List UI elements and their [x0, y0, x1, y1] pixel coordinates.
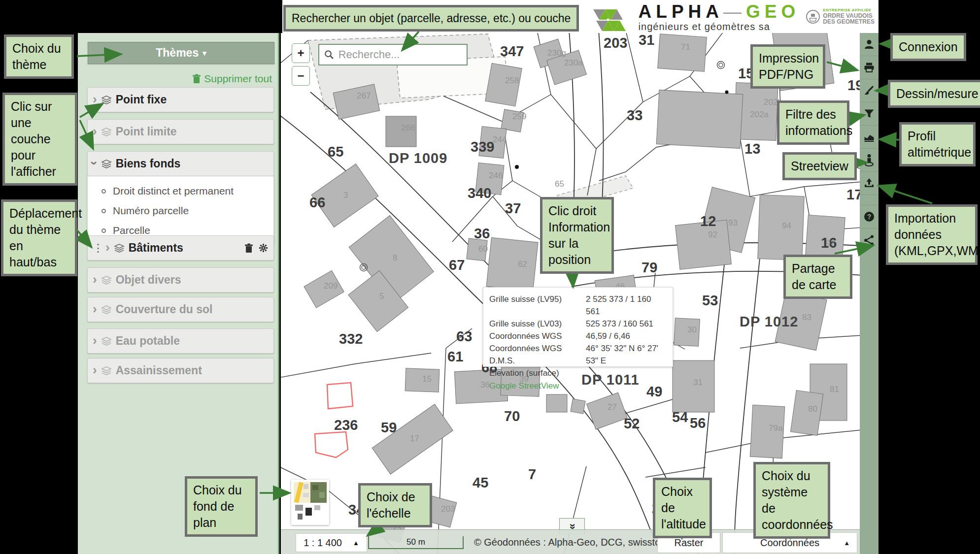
stage: ALPHA—GEO ingénieurs et géomètres sa ENT… [0, 0, 980, 554]
import-data-button[interactable] [860, 172, 879, 195]
map-label: DP 1012 [740, 314, 798, 329]
themes-dropdown-button[interactable]: Thèmes ▾ [88, 42, 274, 64]
gear-icon[interactable] [258, 243, 269, 253]
layers-icon [101, 305, 112, 315]
layer-label: Point limite [116, 125, 177, 138]
popup-label: Coordonnées WGS [489, 330, 586, 342]
raster-label: Raster [675, 537, 704, 549]
layer-eau-potable[interactable]: › Eau potable [87, 328, 274, 354]
map-label: 70 [504, 408, 520, 424]
caret-up-icon: ▲ [844, 539, 850, 547]
chevron-right-icon: › [93, 363, 97, 376]
trash-icon [192, 74, 201, 84]
alpha-geo-logo: ALPHA—GEO ingénieurs et géomètres sa ENT… [593, 2, 875, 32]
annotation-clic-droit: Clic droit Information sur la position [540, 197, 614, 274]
scale-bar: 50 m [368, 536, 464, 549]
map-label: 79a [769, 424, 783, 433]
map-label: 65 [328, 144, 343, 160]
trash-icon[interactable] [244, 243, 253, 253]
google-streetview-link[interactable]: Google StreetView [489, 379, 667, 392]
map-label: 202a [750, 110, 769, 119]
annotation-choix-echelle: Choix de l'échelle [358, 483, 432, 527]
filter-info-button[interactable] [860, 102, 879, 126]
sublayer-droit-distinct[interactable]: Droit distinct et permanent [88, 181, 273, 201]
layer-label: Bâtiments [129, 241, 183, 255]
layers-icon [101, 366, 112, 376]
brand-dash: — [723, 1, 746, 22]
scale-selector[interactable]: 1 : 1 400 ▲ [296, 533, 367, 552]
zoom-out-button[interactable]: − [292, 66, 310, 86]
map-label: 93 [728, 218, 738, 228]
layer-biens-fonds[interactable]: › Biens fonds [87, 151, 274, 176]
radio-icon [101, 209, 106, 213]
layer-batiments[interactable]: ⋮ › Bâtiments [87, 235, 274, 261]
layers-icon [114, 243, 125, 253]
brand-black: ALPHA [639, 1, 723, 22]
help-button[interactable]: ? [860, 205, 879, 228]
map-label: 230a [564, 58, 583, 67]
drag-handle-icon[interactable]: ⋮ [93, 242, 102, 255]
map-label: 17 [410, 434, 419, 443]
map-toolbar: ? [860, 33, 879, 554]
elevation-profile-icon [863, 131, 875, 143]
map-label: 97 [826, 239, 835, 248]
layer-objet-divers[interactable]: › Objet divers [87, 267, 274, 293]
search-input[interactable] [338, 48, 462, 61]
annotation-fond-de-plan: Choix du fond de plan [185, 476, 258, 537]
map-label: 246 [489, 171, 503, 180]
annotation-choix-systeme: Choix du système de coordonnées [753, 462, 830, 539]
layer-point-limite[interactable]: › Point limite [87, 119, 274, 144]
map-label: 203 [441, 504, 455, 514]
layer-label: Objet divers [116, 273, 181, 287]
share-map-button[interactable] [860, 228, 879, 252]
basemap-streets-thumb [294, 482, 310, 503]
layer-couverture-sol[interactable]: › Couverture du sol [87, 297, 274, 322]
map-label: 80 [808, 404, 817, 414]
basemap-aerial-thumb [310, 482, 327, 503]
chevron-right-icon: › [93, 125, 97, 137]
map-label: 236 [334, 417, 358, 433]
sublayer-numero-parcelle[interactable]: Numéro parcelle [88, 201, 273, 221]
elevation-profile-button[interactable] [860, 126, 879, 149]
chevron-down-icon: › [88, 161, 101, 165]
sublayer-label: Numéro parcelle [113, 205, 189, 217]
map-label: 17 [846, 187, 860, 202]
streetview-button[interactable] [860, 149, 879, 172]
popup-value: 46,59 / 6,46 [586, 330, 630, 342]
zoom-in-button[interactable]: + [292, 43, 310, 63]
scale-bar-label: 50 m [406, 537, 425, 547]
map-label: 37 [505, 200, 521, 216]
map-label: 230g [547, 48, 566, 58]
caret-up-icon: ▲ [353, 539, 359, 547]
map-label: 71 [681, 42, 690, 52]
logo-hexagon-icon [593, 2, 633, 32]
map-label: 5 [379, 292, 384, 301]
annotation-streetview: Streetview [782, 152, 857, 180]
layer-assainissement[interactable]: › Assainissement [87, 358, 274, 383]
caret-down-icon: ▾ [203, 49, 206, 58]
map-label: 203 [604, 35, 627, 51]
layer-point-fixe[interactable]: › Point fixe [87, 87, 274, 112]
layers-icon [101, 95, 112, 105]
login-button[interactable] [860, 33, 879, 56]
layers-icon [101, 275, 112, 285]
clear-all-button[interactable]: Supprimer tout [192, 73, 272, 85]
search-bar[interactable] [318, 44, 468, 65]
map-label: 31 [693, 378, 703, 387]
print-button[interactable] [860, 56, 879, 79]
map-label: 65 [555, 179, 564, 189]
basemap-switcher[interactable] [291, 480, 329, 525]
annotation-dessin-mesure: Dessin/mesure [888, 80, 980, 108]
map-label: 209 [324, 281, 338, 291]
annotation-impression: Impression PDF/PNG [750, 44, 825, 89]
map-label: 79 [642, 260, 657, 275]
draw-measure-button[interactable] [860, 79, 879, 102]
map-label: 8 [393, 253, 397, 262]
map-label: DP 1009 [389, 150, 447, 166]
map-label: 259 [512, 112, 526, 121]
map-label: 31 [639, 33, 654, 48]
map-label: 19 [847, 77, 860, 93]
map-label: 13 [744, 141, 760, 157]
streetview-pegman-icon [863, 154, 875, 166]
map-label: 27 [608, 402, 617, 412]
